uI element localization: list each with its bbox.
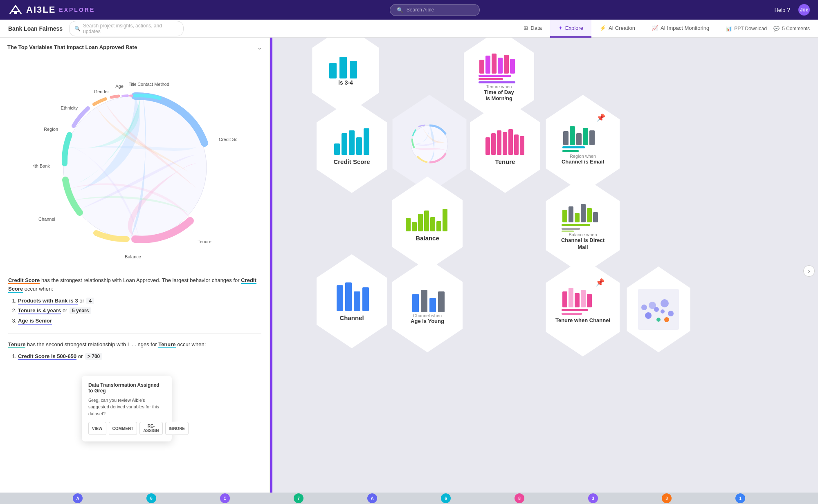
svg-rect-0	[14, 11, 17, 14]
svg-rect-45	[587, 208, 592, 222]
hex-credit-score[interactable]: Credit Score	[311, 99, 393, 193]
svg-rect-29	[576, 133, 582, 145]
hex-channel-age[interactable]: Channel when Age is Young	[387, 258, 468, 352]
insight-list-1: Products with Bank is 3 or 4 Tenure is 4…	[8, 297, 261, 325]
products-bank-link[interactable]: Products with Bank is 3	[18, 298, 78, 305]
svg-rect-44	[581, 204, 586, 222]
svg-point-66	[645, 312, 652, 319]
timeline-dot-5[interactable]: A	[367, 493, 377, 503]
svg-point-69	[668, 311, 674, 316]
search-icon: 🔍	[397, 7, 403, 13]
logo-explore: EXPLORE	[59, 7, 95, 13]
comments-button[interactable]: 💬 5 Comments	[773, 26, 810, 31]
insight-text-2b: nges for	[138, 341, 159, 347]
insight-block-2: Tenure has the second strongest relation…	[8, 340, 261, 361]
ppt-download-button[interactable]: 📊 PPT Download	[726, 26, 767, 31]
logo: AI3LE EXPLORE	[8, 4, 95, 16]
hex-label-credit-score: Credit Score	[333, 158, 370, 165]
svg-rect-18	[364, 128, 369, 155]
svg-rect-43	[575, 213, 580, 222]
bars-channel-age	[410, 287, 445, 313]
hex-label-is-3-4: is 3-4	[338, 79, 353, 86]
timeline-dot-9[interactable]: 3	[662, 493, 672, 503]
insight-text-1b: occur when:	[25, 286, 53, 292]
region-channel-subtitle: Region when	[570, 154, 596, 159]
tab-ai-creation[interactable]: ⚡ AI Creation	[591, 20, 643, 38]
hex-label-tenure: Tenure	[495, 158, 515, 165]
comments-label: 5 Comments	[782, 26, 810, 31]
popup-actions: VIEW COMMENT RE-ASSIGN IGNORE	[88, 422, 165, 435]
popup-ignore-button[interactable]: IGNORE	[165, 422, 189, 435]
svg-rect-20	[485, 137, 490, 155]
popup-comment-button[interactable]: COMMENT	[109, 422, 137, 435]
credit-score-highlight-1[interactable]: Credit Score	[8, 277, 40, 284]
right-scroll-button[interactable]: ›	[803, 265, 815, 277]
hex-tenure[interactable]: Tenure	[464, 99, 546, 193]
ai-monitoring-label: AI Impact Monitoring	[661, 25, 709, 31]
age-senior-link[interactable]: Age is Senior	[18, 318, 52, 325]
tab-data[interactable]: ⊞ Data	[515, 20, 550, 38]
svg-rect-59	[569, 288, 573, 307]
timeline-dot-2[interactable]: 6	[146, 493, 156, 503]
project-title: Bank Loan Fairness	[8, 25, 63, 32]
chord-label-tenure: Tenure	[198, 239, 211, 244]
lines-region-channel	[562, 146, 603, 154]
panel-expand-icon[interactable]: ⌄	[257, 43, 262, 51]
timeline-dot-7[interactable]: 8	[515, 493, 524, 503]
insight-text-1: Credit Score has the strongest relations…	[8, 276, 261, 293]
ppt-icon: 📊	[726, 26, 732, 31]
right-panel: is 3-4	[270, 38, 818, 504]
top-navigation: AI3LE EXPLORE 🔍 Search Aible Help ? Joe	[0, 0, 818, 20]
project-search[interactable]: 🔍 Search project insights, actions, and …	[69, 21, 184, 36]
project-search-placeholder: Search project insights, actions, and up…	[83, 23, 178, 34]
popup-title: Data Transformation Assigned to Greg	[88, 382, 165, 394]
timeline-dot-6[interactable]: 6	[441, 493, 451, 503]
project-search-icon: 🔍	[74, 26, 81, 31]
search-placeholder: Search Aible	[407, 7, 434, 13]
svg-rect-41	[562, 210, 567, 222]
svg-rect-23	[503, 132, 507, 155]
svg-rect-40	[443, 209, 447, 231]
popup-view-button[interactable]: VIEW	[88, 422, 106, 435]
svg-point-68	[661, 299, 669, 307]
ai-creation-label: AI Creation	[609, 25, 635, 31]
bars-tenure-time	[479, 52, 519, 74]
help-button[interactable]: Help ?	[774, 7, 790, 13]
tenure-highlight-2[interactable]: Tenure	[158, 341, 175, 348]
hex-tenure-channel[interactable]: 📌 Tenure when Channel	[540, 258, 626, 356]
timeline-dot-8[interactable]: 3	[588, 493, 598, 503]
hex-scatter[interactable]	[622, 267, 695, 352]
svg-rect-64	[562, 313, 582, 315]
hex-balance[interactable]: Balance	[387, 177, 468, 271]
help-icon: ?	[787, 7, 790, 13]
ai-monitoring-icon: 📈	[652, 25, 658, 31]
svg-rect-35	[412, 222, 417, 231]
svg-rect-13	[479, 81, 515, 83]
credit-score-range-link[interactable]: Credit Score is 500-650	[18, 353, 76, 360]
timeline-dot-1[interactable]: A	[73, 493, 83, 503]
svg-point-73	[641, 305, 647, 310]
hex-channel[interactable]: Channel	[311, 254, 393, 348]
svg-rect-38	[430, 217, 435, 231]
chord-label-gender: Gender	[94, 89, 109, 94]
bars-tenure	[485, 127, 526, 156]
timeline-dot-4[interactable]: 7	[294, 493, 303, 503]
tenure-years-link[interactable]: Tenure is 4 years	[18, 307, 61, 314]
tab-ai-monitoring[interactable]: 📈 AI Impact Monitoring	[643, 20, 717, 38]
insight-text-2c: occur when:	[177, 341, 206, 347]
tab-explore[interactable]: ✦ Explore	[550, 20, 591, 38]
svg-rect-36	[418, 214, 423, 231]
timeline-dot-3[interactable]: C	[220, 493, 230, 503]
timeline-dot-10[interactable]: 1	[735, 493, 745, 503]
svg-rect-33	[562, 150, 579, 152]
lines-balance-channel	[562, 223, 605, 232]
chord-diagram-area: Credit Score Tenure Balance Channel Prod…	[0, 57, 270, 270]
user-menu[interactable]: Joe	[798, 4, 810, 16]
svg-rect-48	[562, 228, 580, 230]
svg-rect-25	[514, 134, 519, 155]
insight-item-2: Tenure is 4 years or 5 years	[18, 307, 261, 315]
svg-rect-60	[575, 293, 580, 307]
tenure-highlight-1[interactable]: Tenure	[8, 341, 25, 348]
popup-reassign-button[interactable]: RE-ASSIGN	[139, 422, 162, 435]
global-search[interactable]: 🔍 Search Aible	[390, 4, 480, 16]
